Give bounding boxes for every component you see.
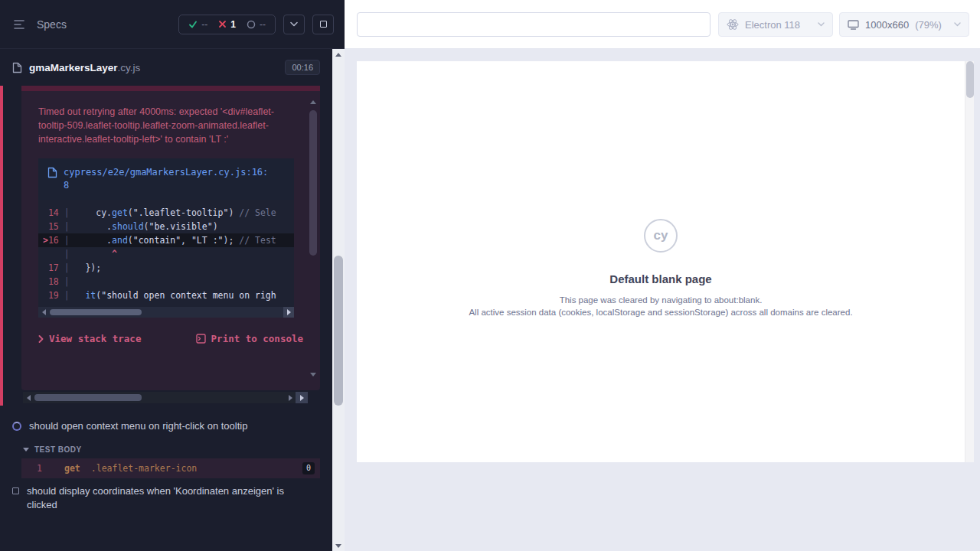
code-line: >16 | .and("contain", "LT :"); // Test: [38, 233, 294, 247]
reporter-horizontal-scrollbar[interactable]: [23, 392, 308, 403]
test-title: should display coordinates when 'Koordin…: [27, 484, 295, 512]
command-message: .leaflet-marker-icon: [91, 463, 197, 474]
cypress-app: Specs -- 1: [0, 0, 980, 551]
stat-passed: --: [188, 19, 207, 30]
chevron-down-icon: [954, 22, 961, 27]
code-frame-file-link[interactable]: cypress/e2e/gmaMarkersLayer.cy.js:16:8: [64, 166, 272, 192]
code-block: 14 | cy.get(".leaflet-tooltip") // Sele …: [38, 200, 294, 307]
reporter-sidebar: Specs -- 1: [0, 0, 345, 551]
scroll-up-icon[interactable]: [332, 49, 345, 60]
view-stack-trace-link[interactable]: View stack trace: [38, 333, 141, 344]
stop-button[interactable]: [312, 15, 334, 34]
reporter-scrollbar-thumb[interactable]: [334, 256, 343, 406]
code-line: 15 | .should("be.visible"): [38, 220, 294, 233]
scroll-right-icon[interactable]: [285, 392, 296, 403]
console-icon: [196, 334, 206, 344]
scroll-right-icon[interactable]: [283, 307, 294, 318]
viewport-size: 1000x660: [865, 19, 909, 31]
view-stack-trace-label: View stack trace: [49, 333, 141, 344]
spec-duration: 00:16: [285, 60, 320, 75]
collapse-all-button[interactable]: [283, 15, 305, 34]
code-line: 17 | });: [38, 261, 294, 275]
code-scrollbar-thumb[interactable]: [50, 309, 142, 315]
stop-icon: [320, 21, 327, 28]
test-title: should open context menu on right-click …: [29, 419, 247, 433]
command-log-row[interactable]: 1 get .leaflet-marker-icon 0: [21, 458, 320, 478]
code-frame: cypress/e2e/gmaMarkersLayer.cy.js:16:8 1…: [38, 158, 294, 318]
spec-name: gmaMarkersLayer: [29, 62, 118, 73]
browser-label: Electron 118: [745, 19, 800, 31]
viewport-scale: (79%): [915, 19, 942, 31]
cypress-logo: cy: [644, 219, 678, 253]
scroll-down-icon[interactable]: [332, 540, 345, 551]
test-stats: -- 1 --: [178, 15, 276, 34]
reporter-header: Specs -- 1: [0, 0, 345, 49]
reporter-vertical-scrollbar[interactable]: [332, 49, 345, 551]
stat-pending: --: [247, 19, 266, 30]
blank-page-title: Default blank page: [357, 272, 965, 285]
test-body-header[interactable]: TEST BODY: [0, 439, 332, 458]
error-panel-top-bar: [21, 86, 320, 91]
blank-page-line2: All active session data (cookies, localS…: [357, 308, 965, 317]
code-horizontal-scrollbar[interactable]: [38, 307, 294, 318]
reporter-hscrollbar-thumb[interactable]: [34, 394, 142, 401]
error-message: Timed out retrying after 4000ms: expecte…: [21, 91, 320, 157]
chevron-right-icon: [38, 335, 44, 343]
check-icon: [188, 20, 198, 29]
error-actions: View stack trace Print to console: [21, 318, 320, 344]
test-running-spinner-icon: [12, 422, 21, 431]
command-name: get: [64, 463, 80, 474]
code-line: 14 | cy.get(".leaflet-tooltip") // Sele: [38, 206, 294, 220]
chevron-down-icon: [818, 22, 825, 27]
command-number: 1: [21, 463, 64, 474]
code-line: | ^: [38, 247, 294, 261]
test-row-pending[interactable]: should display coordinates when 'Koordin…: [0, 478, 332, 518]
aut-vertical-scrollbar[interactable]: [965, 61, 974, 462]
aut-stage: cy Default blank page This page was clea…: [345, 49, 980, 551]
specs-label: Specs: [37, 18, 67, 31]
blank-page-line1: This page was cleared by navigating to a…: [357, 295, 965, 305]
pending-circle-icon: [247, 20, 256, 29]
failed-test-accent-bar: [0, 86, 3, 406]
url-input[interactable]: [357, 12, 710, 37]
code-line: 18 |: [38, 275, 294, 289]
chevron-down-icon: [290, 21, 298, 27]
print-to-console-label: Print to console: [211, 333, 303, 344]
error-vertical-scrollbar[interactable]: [309, 98, 318, 378]
test-pending-icon: [12, 487, 19, 494]
code-line: 19 | it("should open context menu on rig…: [38, 289, 294, 302]
pending-count: --: [260, 19, 266, 30]
code-frame-header: cypress/e2e/gmaMarkersLayer.cy.js:16:8: [38, 158, 294, 200]
scrollbar-corner: [296, 392, 308, 403]
print-to-console-button[interactable]: Print to console: [196, 333, 303, 344]
list-icon: [14, 19, 26, 30]
stat-failed: 1: [218, 19, 236, 30]
blank-page-content: cy Default blank page This page was clea…: [357, 61, 965, 317]
test-body-label: TEST BODY: [34, 445, 82, 454]
aut-iframe-page: cy Default blank page This page was clea…: [357, 61, 974, 462]
browser-select[interactable]: Electron 118: [718, 12, 833, 37]
viewport-select[interactable]: 1000x660 (79%): [839, 12, 969, 37]
passed-count: --: [201, 19, 207, 30]
aut-header: Electron 118 1000x660 (79%): [345, 0, 980, 49]
spec-file-row[interactable]: gmaMarkersLayer .cy.js 00:16: [0, 49, 332, 86]
chevron-down-icon: [23, 448, 29, 452]
test-row-running[interactable]: should open context menu on right-click …: [0, 413, 332, 439]
scroll-left-icon[interactable]: [38, 307, 49, 318]
scroll-up-icon[interactable]: [309, 98, 318, 106]
test-error-panel: Timed out retrying after 4000ms: expecte…: [21, 86, 320, 390]
x-icon: [218, 20, 227, 28]
aut-scrollbar-thumb[interactable]: [966, 61, 974, 98]
error-scrollbar-thumb[interactable]: [309, 110, 317, 256]
command-count-badge: 0: [302, 462, 315, 474]
spec-extension: .cy.js: [118, 62, 141, 73]
electron-browser-icon: [727, 18, 739, 31]
viewport-icon: [848, 20, 859, 30]
spec-file-icon: [12, 62, 22, 73]
scroll-down-icon[interactable]: [309, 370, 318, 378]
failed-count: 1: [230, 19, 236, 30]
specs-menu-icon[interactable]: [11, 15, 29, 34]
file-icon: [47, 167, 57, 178]
test-list: should open context menu on right-click …: [0, 413, 332, 518]
scroll-left-icon[interactable]: [23, 392, 34, 403]
